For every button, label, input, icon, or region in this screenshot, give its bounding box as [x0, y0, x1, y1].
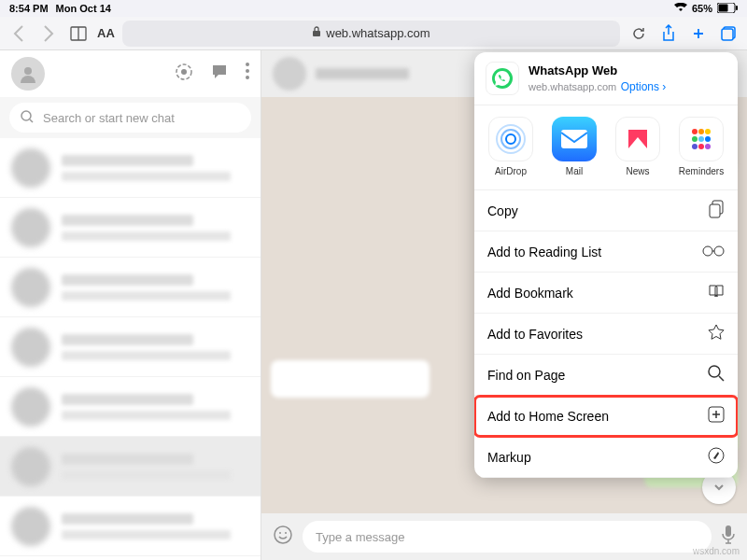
svg-point-12: [21, 111, 31, 120]
svg-point-15: [285, 532, 287, 534]
share-sheet: WhatsApp Web web.whatsapp.com Options › …: [474, 52, 738, 478]
svg-point-14: [279, 532, 281, 534]
forward-button[interactable]: [37, 22, 60, 45]
chat-list-item[interactable]: [0, 556, 261, 560]
markup-action[interactable]: Markup: [474, 437, 738, 478]
wifi-icon: [674, 3, 687, 14]
new-chat-icon[interactable]: [210, 63, 229, 85]
status-date: Mon Oct 14: [56, 3, 111, 14]
share-button[interactable]: [657, 22, 680, 45]
tabs-button[interactable]: [717, 22, 740, 45]
search-icon: [21, 110, 34, 126]
chat-list-item[interactable]: [0, 138, 261, 198]
chat-list-item[interactable]: [0, 497, 261, 556]
find-action[interactable]: Find on Page: [474, 355, 738, 396]
battery-icon: [717, 3, 738, 15]
status-time: 8:54 PM: [9, 3, 49, 14]
whatsapp-icon: [486, 62, 519, 95]
svg-point-27: [705, 136, 711, 142]
menu-icon[interactable]: [246, 63, 249, 85]
star-icon: [708, 324, 725, 343]
search-icon: [708, 365, 725, 385]
message-bubble[interactable]: [271, 360, 439, 398]
sidebar-header: [0, 50, 261, 97]
svg-point-28: [692, 144, 698, 149]
svg-point-9: [246, 63, 249, 66]
svg-rect-16: [726, 525, 731, 537]
svg-rect-1: [719, 4, 728, 11]
book-icon: [708, 284, 725, 301]
chat-list-item[interactable]: [0, 437, 261, 497]
svg-point-34: [714, 246, 724, 256]
reading-list-action[interactable]: Add to Reading List: [474, 231, 738, 273]
watermark: wsxdn.com: [693, 546, 740, 556]
svg-rect-21: [561, 130, 587, 148]
compose-bar: Type a message: [261, 513, 747, 560]
lock-icon: [312, 26, 321, 40]
url-bar[interactable]: web.whatsapp.com: [122, 21, 620, 47]
airdrop-button[interactable]: AirDrop: [480, 117, 542, 176]
svg-point-23: [698, 129, 704, 134]
mail-button[interactable]: Mail: [543, 117, 605, 176]
chat-list-item[interactable]: [0, 317, 261, 377]
search-placeholder: Search or start new chat: [43, 111, 175, 125]
svg-point-11: [246, 76, 249, 79]
bookmarks-button[interactable]: [67, 22, 90, 45]
back-button[interactable]: [7, 22, 30, 45]
svg-point-26: [698, 136, 704, 142]
user-avatar[interactable]: [11, 57, 45, 91]
chat-list-item[interactable]: [0, 198, 261, 258]
svg-point-30: [705, 144, 711, 149]
search-input[interactable]: Search or start new chat: [9, 103, 251, 133]
svg-rect-2: [736, 6, 738, 10]
battery-percent: 65%: [692, 3, 712, 14]
svg-point-24: [705, 129, 711, 134]
svg-point-18: [506, 134, 515, 144]
chat-list-item[interactable]: [0, 258, 261, 317]
reader-aa-button[interactable]: AA: [97, 26, 115, 40]
reminders-button[interactable]: Reminders: [670, 117, 732, 176]
contact-name: [316, 68, 409, 79]
status-icon[interactable]: [175, 63, 193, 85]
emoji-icon[interactable]: [273, 525, 293, 549]
url-text: web.whatsapp.com: [326, 26, 430, 40]
svg-point-33: [703, 246, 712, 256]
plus-square-icon: [708, 406, 725, 426]
reload-button[interactable]: [627, 22, 650, 45]
new-tab-button[interactable]: [687, 22, 710, 45]
svg-point-22: [692, 129, 698, 134]
contact-avatar: [273, 57, 306, 91]
svg-point-19: [501, 130, 520, 148]
glasses-icon: [702, 245, 725, 259]
sidebar: Search or start new chat: [0, 50, 261, 560]
svg-rect-5: [722, 29, 733, 40]
share-subtitle: web.whatsapp.com: [529, 81, 616, 92]
chat-list-item[interactable]: [0, 377, 261, 437]
svg-rect-3: [313, 31, 320, 36]
svg-point-10: [246, 69, 249, 73]
share-app-row: AirDrop Mail News Reminders: [474, 105, 738, 190]
svg-point-6: [24, 67, 32, 75]
status-bar: 8:54 PM Mon Oct 14 65%: [0, 0, 747, 17]
favorites-action[interactable]: Add to Favorites: [474, 314, 738, 355]
news-button[interactable]: News: [607, 117, 669, 176]
share-action-list: Copy Add to Reading List Add Bookmark Ad…: [474, 190, 738, 478]
share-title: WhatsApp Web: [529, 63, 666, 77]
svg-point-29: [698, 144, 704, 149]
add-home-screen-action[interactable]: Add to Home Screen: [474, 396, 738, 437]
chat-list[interactable]: [0, 138, 261, 560]
svg-point-8: [181, 69, 187, 75]
svg-rect-32: [710, 204, 720, 217]
svg-point-13: [275, 526, 291, 543]
bookmark-action[interactable]: Add Bookmark: [474, 273, 738, 314]
share-sheet-header: WhatsApp Web web.whatsapp.com Options ›: [474, 52, 738, 105]
markup-icon: [708, 447, 725, 467]
message-input[interactable]: Type a message: [303, 521, 712, 553]
svg-point-25: [692, 136, 698, 142]
safari-toolbar: AA web.whatsapp.com: [0, 17, 747, 50]
copy-icon: [708, 200, 725, 221]
svg-point-35: [709, 366, 720, 377]
share-options-link[interactable]: Options ›: [621, 80, 667, 93]
copy-action[interactable]: Copy: [474, 190, 738, 231]
